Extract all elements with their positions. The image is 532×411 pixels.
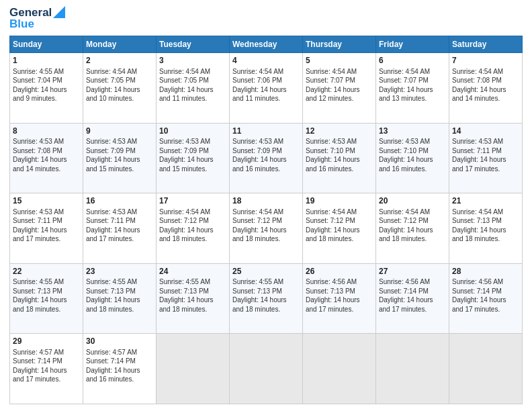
sunset-info: Sunset: 7:08 PM xyxy=(13,147,62,154)
sunset-info: Sunset: 7:13 PM xyxy=(452,217,502,224)
week-row-3: 15 Sunrise: 4:53 AM Sunset: 7:11 PM Dayl… xyxy=(10,193,523,264)
day-cell xyxy=(230,334,303,404)
day-cell: 3 Sunrise: 4:54 AM Sunset: 7:05 PM Dayli… xyxy=(157,53,230,124)
sunset-info: Sunset: 7:13 PM xyxy=(86,287,136,295)
sunset-info: Sunset: 7:05 PM xyxy=(86,77,136,84)
sunset-info: Sunset: 7:10 PM xyxy=(306,147,355,154)
logo-blue: Blue xyxy=(9,18,34,31)
sunrise-info: Sunrise: 4:54 AM xyxy=(452,208,503,216)
day-number: 27 xyxy=(379,266,446,277)
week-row-2: 8 Sunrise: 4:53 AM Sunset: 7:08 PM Dayli… xyxy=(10,123,523,193)
week-row-5: 29 Sunrise: 4:57 AM Sunset: 7:14 PM Dayl… xyxy=(10,334,523,404)
day-number: 3 xyxy=(159,55,226,66)
sunset-info: Sunset: 7:12 PM xyxy=(306,217,355,224)
day-number: 29 xyxy=(13,336,80,347)
daylight-info: Daylight: 14 hours and 11 minutes. xyxy=(232,86,287,103)
sunset-info: Sunset: 7:14 PM xyxy=(13,357,62,365)
sunrise-info: Sunrise: 4:54 AM xyxy=(379,68,430,75)
day-number: 23 xyxy=(86,266,153,277)
day-cell: 28 Sunrise: 4:56 AM Sunset: 7:14 PM Dayl… xyxy=(449,263,523,334)
sunset-info: Sunset: 7:12 PM xyxy=(379,217,429,224)
day-number: 18 xyxy=(232,195,300,206)
daylight-info: Daylight: 14 hours and 11 minutes. xyxy=(159,86,214,103)
daylight-info: Daylight: 14 hours and 16 minutes. xyxy=(379,156,433,173)
sunrise-info: Sunrise: 4:55 AM xyxy=(232,278,283,285)
day-number: 14 xyxy=(452,126,519,136)
daylight-info: Daylight: 14 hours and 10 minutes. xyxy=(86,86,140,103)
day-cell: 17 Sunrise: 4:54 AM Sunset: 7:12 PM Dayl… xyxy=(157,193,230,264)
sunset-info: Sunset: 7:11 PM xyxy=(452,147,502,154)
daylight-info: Daylight: 14 hours and 16 minutes. xyxy=(232,156,287,173)
day-number: 24 xyxy=(159,266,226,277)
sunrise-info: Sunrise: 4:54 AM xyxy=(232,208,283,216)
weekday-header-thursday: Thursday xyxy=(303,36,376,53)
day-cell: 11 Sunrise: 4:53 AM Sunset: 7:09 PM Dayl… xyxy=(230,123,303,193)
header: General Blue xyxy=(9,7,523,30)
daylight-info: Daylight: 14 hours and 12 minutes. xyxy=(306,86,360,103)
sunrise-info: Sunrise: 4:54 AM xyxy=(306,68,357,75)
sunrise-info: Sunrise: 4:54 AM xyxy=(86,68,137,75)
day-number: 17 xyxy=(159,195,226,206)
day-number: 30 xyxy=(86,336,153,347)
weekday-header-row: SundayMondayTuesdayWednesdayThursdayFrid… xyxy=(10,36,523,53)
day-cell: 23 Sunrise: 4:55 AM Sunset: 7:13 PM Dayl… xyxy=(83,263,157,334)
day-number: 7 xyxy=(452,55,519,66)
day-cell: 9 Sunrise: 4:53 AM Sunset: 7:09 PM Dayli… xyxy=(83,123,157,193)
day-cell: 14 Sunrise: 4:53 AM Sunset: 7:11 PM Dayl… xyxy=(449,123,523,193)
sunset-info: Sunset: 7:06 PM xyxy=(232,77,282,84)
day-cell: 30 Sunrise: 4:57 AM Sunset: 7:14 PM Dayl… xyxy=(83,334,157,404)
daylight-info: Daylight: 14 hours and 13 minutes. xyxy=(379,86,433,103)
day-cell: 6 Sunrise: 4:54 AM Sunset: 7:07 PM Dayli… xyxy=(376,53,449,124)
daylight-info: Daylight: 14 hours and 17 minutes. xyxy=(13,367,67,383)
sunrise-info: Sunrise: 4:57 AM xyxy=(86,349,137,356)
sunrise-info: Sunrise: 4:56 AM xyxy=(379,278,430,285)
sunset-info: Sunset: 7:14 PM xyxy=(379,287,429,295)
day-cell: 5 Sunrise: 4:54 AM Sunset: 7:07 PM Dayli… xyxy=(303,53,376,124)
sunset-info: Sunset: 7:09 PM xyxy=(232,147,282,154)
calendar-page: General Blue SundayMondayTuesdayWednesda… xyxy=(0,0,532,411)
daylight-info: Daylight: 14 hours and 18 minutes. xyxy=(13,296,67,313)
daylight-info: Daylight: 14 hours and 18 minutes. xyxy=(232,296,287,313)
day-cell: 21 Sunrise: 4:54 AM Sunset: 7:13 PM Dayl… xyxy=(449,193,523,264)
sunset-info: Sunset: 7:14 PM xyxy=(452,287,502,295)
sunset-info: Sunset: 7:07 PM xyxy=(379,77,429,84)
daylight-info: Daylight: 14 hours and 18 minutes. xyxy=(306,226,360,243)
sunrise-info: Sunrise: 4:54 AM xyxy=(232,68,283,75)
daylight-info: Daylight: 14 hours and 18 minutes. xyxy=(159,226,214,243)
day-number: 15 xyxy=(13,195,80,206)
day-number: 8 xyxy=(13,126,80,136)
day-cell: 13 Sunrise: 4:53 AM Sunset: 7:10 PM Dayl… xyxy=(376,123,449,193)
daylight-info: Daylight: 14 hours and 15 minutes. xyxy=(159,156,214,173)
daylight-info: Daylight: 14 hours and 9 minutes. xyxy=(13,86,67,103)
sunset-info: Sunset: 7:04 PM xyxy=(13,77,62,84)
sunrise-info: Sunrise: 4:53 AM xyxy=(379,138,430,145)
sunset-info: Sunset: 7:08 PM xyxy=(452,77,502,84)
sunrise-info: Sunrise: 4:56 AM xyxy=(306,278,357,285)
sunrise-info: Sunrise: 4:53 AM xyxy=(86,138,137,145)
day-number: 5 xyxy=(306,55,373,66)
day-cell: 24 Sunrise: 4:55 AM Sunset: 7:13 PM Dayl… xyxy=(157,263,230,334)
daylight-info: Daylight: 14 hours and 18 minutes. xyxy=(159,296,214,313)
svg-marker-0 xyxy=(53,6,65,18)
logo: General Blue xyxy=(9,7,65,30)
day-cell: 29 Sunrise: 4:57 AM Sunset: 7:14 PM Dayl… xyxy=(10,334,83,404)
day-number: 28 xyxy=(452,266,519,277)
sunset-info: Sunset: 7:12 PM xyxy=(232,217,282,224)
daylight-info: Daylight: 14 hours and 17 minutes. xyxy=(86,226,140,243)
weekday-header-saturday: Saturday xyxy=(449,36,523,53)
sunset-info: Sunset: 7:13 PM xyxy=(13,287,62,295)
sunrise-info: Sunrise: 4:53 AM xyxy=(86,208,137,216)
day-cell: 19 Sunrise: 4:54 AM Sunset: 7:12 PM Dayl… xyxy=(303,193,376,264)
day-cell xyxy=(376,334,449,404)
sunrise-info: Sunrise: 4:54 AM xyxy=(452,68,503,75)
day-cell: 12 Sunrise: 4:53 AM Sunset: 7:10 PM Dayl… xyxy=(303,123,376,193)
week-row-4: 22 Sunrise: 4:55 AM Sunset: 7:13 PM Dayl… xyxy=(10,263,523,334)
sunrise-info: Sunrise: 4:57 AM xyxy=(13,349,64,356)
day-cell: 4 Sunrise: 4:54 AM Sunset: 7:06 PM Dayli… xyxy=(230,53,303,124)
weekday-header-friday: Friday xyxy=(376,36,449,53)
day-cell xyxy=(157,334,230,404)
day-number: 12 xyxy=(306,126,373,136)
daylight-info: Daylight: 14 hours and 18 minutes. xyxy=(379,226,433,243)
daylight-info: Daylight: 14 hours and 15 minutes. xyxy=(86,156,140,173)
sunset-info: Sunset: 7:13 PM xyxy=(232,287,282,295)
